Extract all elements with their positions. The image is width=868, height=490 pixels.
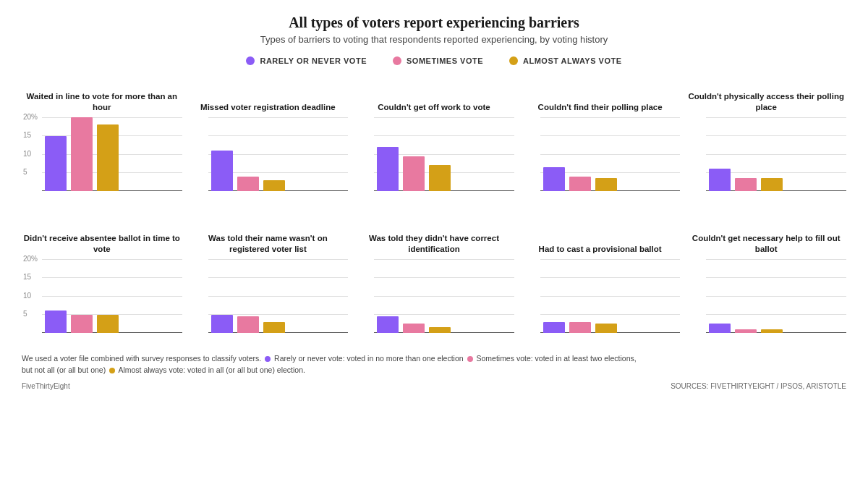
chart-cell-r2-c4: Couldn't get necessary help to fill out …: [686, 220, 846, 346]
bar-r2-c4-b2: [761, 329, 783, 333]
chart-cell-r1-c2: Couldn't get off work to vote: [354, 78, 514, 204]
chart-label-r1-c4: Couldn't physically access their polling…: [686, 78, 846, 113]
bar-chart-area-r1-c4: [686, 117, 846, 204]
bar-r2-c3-b0: [543, 322, 565, 333]
bar-chart-area-r1-c3: [520, 117, 681, 204]
bar-r1-c4-b2: [761, 178, 783, 191]
chart-cell-r1-c4: Couldn't physically access their polling…: [686, 78, 846, 204]
chart-label-r2-c3: Had to cast a provisional ballot: [520, 220, 681, 255]
footer-bottom: FiveThirtyEight SOURCES: FIVETHIRTYEIGHT…: [22, 382, 846, 390]
chart-label-r2-c0: Didn't receive absentee ballot in time t…: [22, 220, 182, 255]
source-left: FiveThirtyEight: [22, 382, 70, 390]
rarely-dot: [246, 56, 255, 65]
main-title: All types of voters report experiencing …: [22, 14, 846, 31]
chart-cell-r1-c1: Missed voter registration deadline: [188, 78, 349, 204]
chart-cell-r1-c3: Couldn't find their polling place: [520, 78, 681, 204]
chart-cell-r2-c3: Had to cast a provisional ballot: [520, 220, 681, 346]
chart-label-r1-c3: Couldn't find their polling place: [520, 78, 681, 113]
bar-chart-area-r1-c1: [188, 117, 349, 204]
bar-chart-area-r2-c2: [354, 259, 514, 346]
bar-r2-c0-b0: [45, 311, 67, 333]
bar-r1-c1-b2: [263, 180, 285, 191]
bar-chart-area-r2-c1: [188, 259, 349, 346]
bar-chart-area-r2-c4: [686, 259, 846, 346]
chart-label-r2-c2: Was told they didn't have correct identi…: [354, 220, 514, 255]
bar-r2-c0-b2: [97, 315, 119, 334]
chart-cell-r1-c0: Waited in line to vote for more than an …: [22, 78, 182, 204]
always-dot: [509, 56, 518, 65]
legend-item-always: ALMOST ALWAYS VOTE: [509, 56, 622, 65]
chart-label-r1-c1: Missed voter registration deadline: [188, 78, 349, 113]
bar-chart-area-r2-c0: 20%15105: [22, 259, 182, 346]
bar-chart-area-r2-c3: [520, 259, 681, 346]
bar-r1-c3-b1: [569, 177, 591, 191]
bar-r2-c1-b1: [237, 316, 259, 333]
bar-r1-c2-b0: [377, 147, 399, 191]
bar-r1-c0-b0: [45, 136, 67, 192]
charts-row1: Waited in line to vote for more than an …: [22, 78, 846, 204]
bar-r1-c4-b0: [709, 169, 731, 191]
bar-chart-area-r1-c0: 20%15105: [22, 117, 182, 204]
bar-r2-c3-b1: [569, 322, 591, 333]
bar-r1-c0-b2: [97, 124, 119, 191]
bar-r1-c2-b1: [403, 156, 425, 191]
chart-cell-r2-c2: Was told they didn't have correct identi…: [354, 220, 514, 346]
bar-r2-c4-b0: [709, 324, 731, 333]
bar-r2-c1-b2: [263, 322, 285, 333]
bar-r1-c2-b2: [429, 165, 451, 191]
chart-label-r2-c4: Couldn't get necessary help to fill out …: [686, 220, 846, 255]
bar-r2-c4-b1: [735, 329, 757, 333]
sometimes-dot: [393, 56, 401, 65]
legend-item-rarely: RARELY OR NEVER VOTE: [246, 56, 367, 65]
chart-cell-r2-c0: Didn't receive absentee ballot in time t…: [22, 220, 182, 346]
charts-row2: Didn't receive absentee ballot in time t…: [22, 220, 846, 346]
subtitle: Types of barriers to voting that respond…: [22, 34, 846, 45]
bar-r1-c0-b1: [71, 117, 93, 191]
bar-r2-c0-b1: [71, 315, 93, 334]
bar-r1-c1-b1: [237, 177, 259, 191]
source-right: SOURCES: FIVETHIRTYEIGHT / IPSOS, ARISTO…: [671, 382, 846, 390]
bar-r2-c2-b2: [429, 327, 451, 333]
legend-item-sometimes: SOMETIMES VOTE: [393, 56, 483, 65]
chart-label-r1-c2: Couldn't get off work to vote: [354, 78, 514, 113]
bar-r2-c3-b2: [595, 324, 617, 333]
bar-r2-c2-b1: [403, 324, 425, 333]
bar-r2-c1-b0: [211, 315, 233, 334]
bar-r2-c2-b0: [377, 316, 399, 333]
footer-note: We used a voter file combined with surve…: [22, 353, 644, 376]
legend: RARELY OR NEVER VOTE SOMETIMES VOTE ALMO…: [22, 56, 846, 65]
bar-r1-c4-b1: [735, 178, 757, 191]
bar-r1-c1-b0: [211, 151, 233, 191]
chart-label-r1-c0: Waited in line to vote for more than an …: [22, 78, 182, 113]
bar-r1-c3-b2: [595, 178, 617, 191]
bar-chart-area-r1-c2: [354, 117, 514, 204]
bar-r1-c3-b0: [543, 167, 565, 191]
chart-cell-r2-c1: Was told their name wasn't on registered…: [188, 220, 349, 346]
legend-label-always: ALMOST ALWAYS VOTE: [523, 56, 622, 65]
legend-label-sometimes: SOMETIMES VOTE: [407, 56, 483, 65]
chart-label-r2-c1: Was told their name wasn't on registered…: [188, 220, 349, 255]
legend-label-rarely: RARELY OR NEVER VOTE: [260, 56, 367, 65]
